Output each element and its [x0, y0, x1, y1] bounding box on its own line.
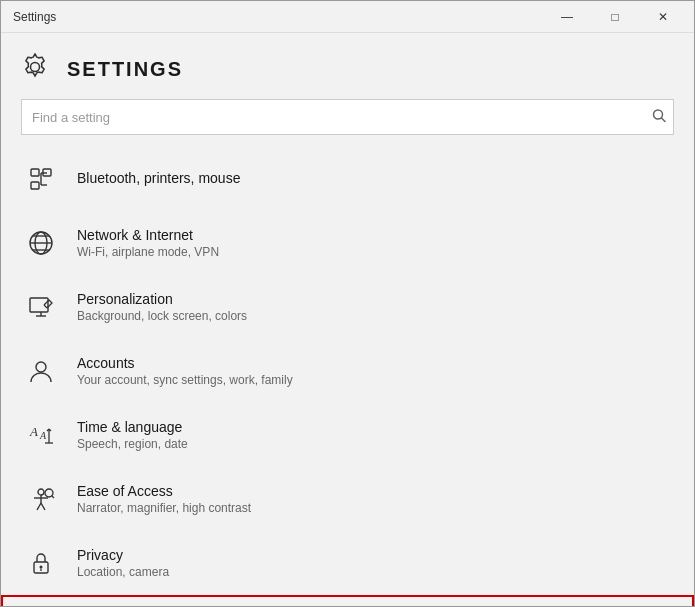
accounts-subtitle: Your account, sync settings, work, famil…	[77, 373, 293, 387]
header: SETTINGS	[1, 33, 694, 95]
page-title: SETTINGS	[67, 58, 183, 81]
accounts-title: Accounts	[77, 355, 293, 371]
svg-rect-4	[31, 182, 39, 189]
content-area: SETTINGS	[1, 33, 694, 606]
network-icon	[23, 225, 59, 261]
ease-text: Ease of Access Narrator, magnifier, high…	[77, 483, 251, 515]
svg-text:A: A	[39, 430, 47, 441]
bluetooth-title: Bluetooth, printers, mouse	[77, 170, 240, 186]
close-button[interactable]: ✕	[640, 1, 686, 33]
svg-point-23	[45, 489, 53, 497]
bluetooth-text: Bluetooth, printers, mouse	[77, 170, 240, 188]
settings-item-privacy[interactable]: Privacy Location, camera	[1, 531, 694, 595]
settings-item-accounts[interactable]: Accounts Your account, sync settings, wo…	[1, 339, 694, 403]
minimize-button[interactable]: —	[544, 1, 590, 33]
privacy-title: Privacy	[77, 547, 169, 563]
settings-item-network[interactable]: Network & Internet Wi-Fi, airplane mode,…	[1, 211, 694, 275]
personalization-title: Personalization	[77, 291, 247, 307]
settings-item-personalization[interactable]: Personalization Background, lock screen,…	[1, 275, 694, 339]
window-controls: — □ ✕	[544, 1, 686, 33]
svg-line-1	[662, 118, 666, 122]
maximize-button[interactable]: □	[592, 1, 638, 33]
svg-point-26	[40, 566, 43, 569]
personalization-icon	[23, 289, 59, 325]
svg-point-17	[36, 362, 46, 372]
search-icon	[652, 109, 666, 126]
personalization-subtitle: Background, lock screen, colors	[77, 309, 247, 323]
privacy-text: Privacy Location, camera	[77, 547, 169, 579]
ease-title: Ease of Access	[77, 483, 251, 499]
network-subtitle: Wi-Fi, airplane mode, VPN	[77, 245, 219, 259]
svg-rect-13	[30, 298, 48, 312]
settings-gear-icon	[21, 53, 53, 85]
search-bar	[21, 99, 674, 135]
titlebar: Settings — □ ✕	[1, 1, 694, 33]
bluetooth-icon	[23, 161, 59, 197]
settings-list: Bluetooth, printers, mouse Network & Int…	[1, 143, 694, 606]
svg-line-24	[52, 496, 54, 498]
settings-item-bluetooth[interactable]: Bluetooth, printers, mouse	[1, 147, 694, 211]
ease-icon	[23, 481, 59, 517]
time-title: Time & language	[77, 419, 188, 435]
svg-line-16	[44, 305, 47, 308]
privacy-icon	[23, 545, 59, 581]
time-text: Time & language Speech, region, date	[77, 419, 188, 451]
accounts-icon	[23, 353, 59, 389]
svg-point-22	[38, 489, 44, 495]
network-title: Network & Internet	[77, 227, 219, 243]
accounts-text: Accounts Your account, sync settings, wo…	[77, 355, 293, 387]
time-icon: A A	[23, 417, 59, 453]
time-subtitle: Speech, region, date	[77, 437, 188, 451]
personalization-text: Personalization Background, lock screen,…	[77, 291, 247, 323]
svg-text:A: A	[29, 424, 38, 439]
search-input[interactable]	[21, 99, 674, 135]
settings-item-ease[interactable]: Ease of Access Narrator, magnifier, high…	[1, 467, 694, 531]
settings-item-update[interactable]: Update & security Windows Update, recove…	[1, 595, 694, 606]
privacy-subtitle: Location, camera	[77, 565, 169, 579]
svg-rect-2	[31, 169, 39, 176]
window-title: Settings	[13, 10, 56, 24]
ease-subtitle: Narrator, magnifier, high contrast	[77, 501, 251, 515]
network-text: Network & Internet Wi-Fi, airplane mode,…	[77, 227, 219, 259]
settings-window: Settings — □ ✕ SETTINGS	[0, 0, 695, 607]
settings-item-time[interactable]: A A Time & language Speech, region, date	[1, 403, 694, 467]
